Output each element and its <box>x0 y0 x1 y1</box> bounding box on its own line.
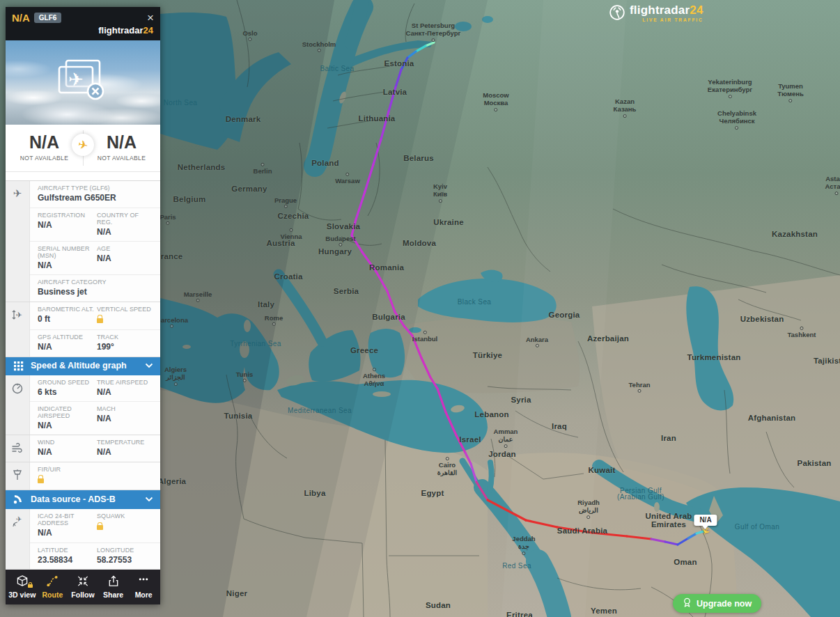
panel-spacer <box>6 172 160 180</box>
section-bar-speed-altitude-graph[interactable]: Speed & Altitude graph <box>6 357 160 375</box>
detail-group: ✈BAROMETRIC ALT.0 ftVERTICAL SPEEDGPS AL… <box>6 302 160 357</box>
field-row: GROUND SPEED6 ktsTRUE AIRSPEEDN/A <box>30 375 160 401</box>
toolbar-label: Follow <box>71 591 94 599</box>
flight-info-panel: N/A GLF6 × flightradar24 ✈ N/A NOT AVAIL… <box>6 7 160 604</box>
field-label: GPS ALTITUDE <box>38 334 97 341</box>
field-label: LONGITUDE <box>97 547 156 554</box>
svg-text:✈: ✈ <box>68 69 84 90</box>
field-value: 0 ft <box>38 314 97 324</box>
origin-airport[interactable]: N/A NOT AVAILABLE <box>6 134 83 162</box>
field-value: N/A <box>38 447 97 457</box>
field-label: BAROMETRIC ALT. <box>38 306 97 313</box>
graph-icon <box>6 361 31 371</box>
toolbar-label: 3D view <box>8 591 36 599</box>
destination-code: N/A <box>83 134 160 151</box>
field-label: AGE <box>97 245 156 252</box>
field-value: N/A <box>97 447 156 457</box>
toolbar-label: More <box>135 591 153 599</box>
lock-icon[interactable] <box>38 478 44 483</box>
detail-group: ✈AIRCRAFT TYPE (GLF6)Gulfstream G650ERRE… <box>6 181 160 302</box>
field-label: AIRCRAFT TYPE (GLF6) <box>38 185 156 192</box>
field-label: TRACK <box>97 334 156 341</box>
route-summary: N/A NOT AVAILABLE ✈ N/A NOT AVAILABLE <box>6 125 160 172</box>
upgrade-label: Upgrade now <box>697 599 752 609</box>
field-value: N/A <box>38 220 97 230</box>
field-label: GROUND SPEED <box>38 379 97 386</box>
field-value: N/A <box>38 342 97 352</box>
field-label: COUNTRY OF REG. <box>97 212 156 226</box>
field-value: 58.27553 <box>97 555 156 565</box>
toolbar-route[interactable]: Route <box>38 575 68 599</box>
field-value: N/A <box>97 387 156 397</box>
field-label: TEMPERATURE <box>97 439 156 446</box>
watermark-brand: flightradar <box>630 3 690 17</box>
field-label: TRUE AIRSPEED <box>97 379 156 386</box>
field-value: 23.58834 <box>38 555 97 565</box>
watermark-brand-accent: 24 <box>690 3 703 17</box>
toolbar-share[interactable]: Share <box>98 575 129 599</box>
origin-status: NOT AVAILABLE <box>6 155 83 162</box>
field-value: N/A <box>38 421 97 430</box>
follow-icon <box>76 575 90 588</box>
chevron-down-icon[interactable] <box>145 497 153 502</box>
watermark-tagline: LIVE AIR TRAFFIC <box>642 17 703 22</box>
medal-icon <box>683 597 692 610</box>
photo-not-available-icon: ✈ <box>54 58 112 108</box>
field-value <box>97 314 156 325</box>
field-value: N/A <box>38 260 97 270</box>
field-row: ICAO 24-BIT ADDRESSN/ASQUAWK <box>30 509 160 542</box>
field-row: WINDN/ATEMPERATUREN/A <box>30 435 160 461</box>
field-label: INDICATED AIRSPEED <box>38 405 97 419</box>
panel-header: N/A GLF6 × flightradar24 <box>6 7 160 40</box>
aircraft-type-badge[interactable]: GLF6 <box>34 13 62 23</box>
aircraft-tooltip[interactable]: N/A <box>694 515 717 526</box>
field-label: SERIAL NUMBER (MSN) <box>38 245 97 259</box>
satellite-icon <box>6 494 31 505</box>
field-value: N/A <box>97 227 156 237</box>
share-icon <box>107 575 120 588</box>
toolbar-more[interactable]: More <box>128 575 159 599</box>
detail-group: FIR/UIR <box>6 462 160 490</box>
svg-text:✈: ✈ <box>16 515 22 523</box>
flightradar24-watermark: flightradar24 LIVE AIR TRAFFIC <box>609 4 703 24</box>
field-row: FIR/UIR <box>30 462 160 490</box>
section-bar-data-source-ads-b[interactable]: Data source - ADS-B <box>6 490 160 509</box>
detail-group: ✈ICAO 24-BIT ADDRESSN/ASQUAWKLATITUDE23.… <box>6 509 160 570</box>
destination-status: NOT AVAILABLE <box>83 155 160 162</box>
field-row: AIRCRAFT CATEGORYBusiness jet <box>30 274 160 301</box>
field-row: GPS ALTITUDEN/ATRACK199° <box>30 329 160 356</box>
field-label: WIND <box>38 439 97 446</box>
toolbar-label: Route <box>42 591 63 599</box>
field-label: LATITUDE <box>38 547 97 554</box>
section-bar-label: Speed & Altitude graph <box>31 361 145 370</box>
field-label: AIRCRAFT CATEGORY <box>38 279 156 286</box>
detail-group: WINDN/ATEMPERATUREN/A <box>6 435 160 462</box>
callsign: N/A <box>12 12 30 24</box>
detail-group: GROUND SPEED6 ktsTRUE AIRSPEEDN/AINDICAT… <box>6 375 160 436</box>
field-value: N/A <box>38 528 97 538</box>
route-plane-icon: ✈ <box>72 134 94 156</box>
destination-airport[interactable]: N/A NOT AVAILABLE <box>83 134 160 162</box>
section-bar-label: Data source - ADS-B <box>31 494 145 504</box>
field-label: FIR/UIR <box>38 466 156 473</box>
speed-icon <box>11 382 24 394</box>
altitude-icon: ✈ <box>11 308 24 321</box>
field-label: MACH <box>97 405 156 412</box>
chevron-down-icon[interactable] <box>145 363 153 368</box>
svg-text:✈: ✈ <box>15 310 22 318</box>
upgrade-now-button[interactable]: Upgrade now <box>673 594 761 613</box>
radar-icon <box>609 4 625 24</box>
field-row: REGISTRATIONN/ACOUNTRY OF REG.N/A <box>30 208 160 241</box>
field-value: 199° <box>97 342 156 352</box>
toolbar-3d-view[interactable]: 3D view <box>7 575 38 599</box>
close-icon[interactable]: × <box>147 13 154 23</box>
field-row: LATITUDE23.58834LONGITUDE58.27553 <box>30 542 160 569</box>
field-row: INDICATED AIRSPEEDN/AMACHN/A <box>30 401 160 435</box>
field-row: AIRCRAFT TYPE (GLF6)Gulfstream G650ER <box>30 181 160 207</box>
field-row: BAROMETRIC ALT.0 ftVERTICAL SPEED <box>30 302 160 329</box>
toolbar-follow[interactable]: Follow <box>68 575 98 599</box>
lock-icon[interactable] <box>97 525 103 530</box>
lock-icon[interactable] <box>97 318 103 323</box>
field-value: N/A <box>97 414 156 423</box>
tower-icon <box>11 469 24 481</box>
